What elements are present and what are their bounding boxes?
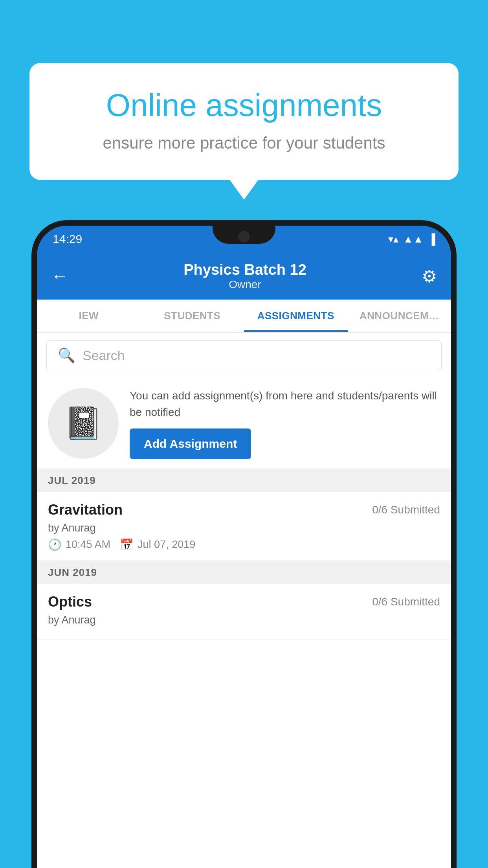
- assignment-date: Jul 07, 2019: [138, 539, 195, 551]
- app-header: ← Physics Batch 12 Owner ⚙: [37, 252, 451, 300]
- signal-icon: ▲▲: [403, 233, 423, 245]
- back-button[interactable]: ←: [51, 266, 68, 286]
- battery-icon: ▐: [428, 233, 435, 245]
- assignment-by-optics: by Anurag: [48, 614, 440, 626]
- meta-date: 📅 Jul 07, 2019: [120, 538, 195, 551]
- search-placeholder: Search: [83, 348, 125, 363]
- assignment-name: Gravitation: [48, 502, 123, 518]
- section-header-jun: JUN 2019: [37, 561, 451, 584]
- search-bar[interactable]: 🔍 Search: [46, 340, 442, 370]
- clock-icon: 🕐: [48, 538, 62, 551]
- speech-bubble-arrow: [230, 180, 258, 200]
- section-header-jul: JUL 2019: [37, 469, 451, 492]
- camera: [238, 231, 250, 242]
- phone-inner: 14:29 ▾▴ ▲▲ ▐ ← Physics Batch 12 Owner ⚙…: [37, 226, 451, 868]
- promo-description: You can add assignment(s) from here and …: [130, 388, 440, 421]
- calendar-icon: 📅: [120, 538, 134, 551]
- status-icons: ▾▴ ▲▲ ▐: [388, 233, 435, 245]
- tab-assignments[interactable]: ASSIGNMENTS: [244, 300, 348, 332]
- assignment-item-gravitation[interactable]: Gravitation 0/6 Submitted by Anurag 🕐 10…: [37, 492, 451, 561]
- assignment-meta: 🕐 10:45 AM 📅 Jul 07, 2019: [48, 538, 440, 551]
- assignment-promo: 📓 You can add assignment(s) from here an…: [37, 378, 451, 469]
- assignment-by: by Anurag: [48, 522, 440, 534]
- tab-announcements[interactable]: ANNOUNCEM…: [348, 300, 451, 332]
- assignment-item-optics[interactable]: Optics 0/6 Submitted by Anurag: [37, 584, 451, 640]
- assignment-top-row-optics: Optics 0/6 Submitted: [48, 594, 440, 610]
- search-icon: 🔍: [58, 347, 75, 364]
- assignment-name-optics: Optics: [48, 594, 92, 610]
- notch: [213, 226, 275, 244]
- speech-bubble: Online assignments ensure more practice …: [29, 63, 459, 180]
- add-assignment-button[interactable]: Add Assignment: [130, 428, 251, 459]
- speech-bubble-title: Online assignments: [57, 86, 431, 124]
- status-time: 14:29: [53, 232, 82, 246]
- assignment-time: 10:45 AM: [66, 539, 110, 551]
- meta-time: 🕐 10:45 AM: [48, 538, 110, 551]
- assignment-submitted: 0/6 Submitted: [372, 504, 440, 516]
- tab-students[interactable]: STUDENTS: [141, 300, 244, 332]
- header-title-container: Physics Batch 12 Owner: [68, 261, 422, 291]
- promo-icon-circle: 📓: [48, 388, 119, 459]
- speech-bubble-container: Online assignments ensure more practice …: [29, 63, 459, 200]
- tabs-container: IEW STUDENTS ASSIGNMENTS ANNOUNCEM…: [37, 300, 451, 333]
- header-subtitle: Owner: [68, 278, 422, 291]
- settings-icon[interactable]: ⚙: [422, 266, 437, 286]
- content-area: 🔍 Search 📓 You can add assignment(s) fro…: [37, 333, 451, 868]
- phone-frame: 14:29 ▾▴ ▲▲ ▐ ← Physics Batch 12 Owner ⚙…: [31, 220, 457, 868]
- assignment-submitted-optics: 0/6 Submitted: [372, 596, 440, 608]
- header-title: Physics Batch 12: [68, 261, 422, 278]
- tab-iew[interactable]: IEW: [37, 300, 141, 332]
- assignment-top-row: Gravitation 0/6 Submitted: [48, 502, 440, 518]
- speech-bubble-subtitle: ensure more practice for your students: [57, 134, 431, 153]
- promo-text-area: You can add assignment(s) from here and …: [130, 388, 440, 459]
- notebook-icon: 📓: [64, 405, 103, 442]
- wifi-icon: ▾▴: [388, 233, 398, 245]
